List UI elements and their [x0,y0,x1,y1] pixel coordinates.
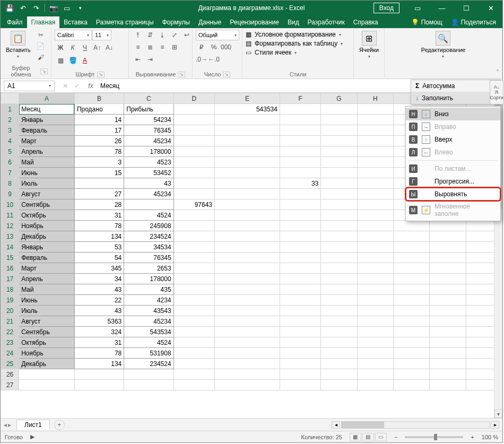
row-header[interactable]: 3 [1,125,19,136]
tab-insert[interactable]: Вставка [59,16,92,28]
cell[interactable] [430,359,466,369]
doc-icon[interactable]: ▭ [61,2,73,14]
cell[interactable]: Август [19,189,75,199]
cell[interactable]: 234524 [124,359,173,369]
column-header[interactable]: C [124,93,173,104]
cell[interactable] [394,316,430,327]
cell[interactable] [321,115,357,125]
confirm-edit-icon[interactable]: ✓ [72,81,82,91]
cell[interactable] [280,221,320,231]
font-size-select[interactable]: 11▾ [92,30,111,40]
cell[interactable]: Январь [19,242,75,253]
cell[interactable]: 31 [74,337,124,348]
row-header[interactable]: 25 [1,359,19,369]
row-header[interactable]: 5 [1,146,19,157]
cell[interactable]: 26 [74,136,124,146]
row-header[interactable]: 2 [1,115,19,125]
cell[interactable] [280,380,320,390]
cell[interactable] [357,306,393,316]
cell[interactable] [215,359,280,369]
cell[interactable] [74,178,124,189]
cell[interactable]: 53452 [124,168,173,178]
cell[interactable] [215,316,280,327]
cell[interactable] [394,295,430,306]
cell[interactable] [173,189,214,199]
cell[interactable]: 178000 [124,274,173,284]
cell[interactable]: Июль [19,306,75,316]
cell[interactable] [357,125,393,136]
cell[interactable] [280,369,320,380]
align-middle-icon[interactable]: ⇵ [144,30,156,40]
cell[interactable]: 543534 [215,104,280,115]
cell[interactable]: 78 [74,221,124,231]
cell[interactable] [173,284,214,295]
cell[interactable]: 4524 [124,337,173,348]
cell[interactable] [394,327,430,337]
cell[interactable]: 543534 [124,327,173,337]
cell[interactable] [280,125,320,136]
cell[interactable] [215,369,280,380]
cell[interactable] [394,221,430,231]
row-header[interactable]: 24 [1,348,19,359]
cell[interactable] [215,146,280,157]
cell[interactable]: 27 [74,189,124,199]
currency-icon[interactable]: ₽ [196,42,207,53]
paste-button[interactable]: 📋 Вставить ▾ [4,30,33,60]
cell[interactable]: Апрель [19,274,75,284]
cell[interactable] [19,369,75,380]
cell[interactable] [321,221,357,231]
cell[interactable] [357,263,393,274]
cell[interactable] [215,380,280,390]
cell[interactable] [357,136,393,146]
cell[interactable] [124,369,173,380]
format-painter-icon[interactable]: 🖌 [35,52,47,63]
cell[interactable]: Август [19,316,75,327]
font-dialog-icon[interactable]: ↘ [97,72,105,77]
cell[interactable]: 17 [74,125,124,136]
indent-increase-icon[interactable]: ⇥ [144,54,156,65]
zoom-level[interactable]: 100 % [482,434,498,440]
cell[interactable]: Июнь [19,168,75,178]
cell[interactable]: 78 [74,146,124,157]
cell[interactable] [173,115,214,125]
minimize-button[interactable]: — [430,1,454,15]
cell[interactable] [430,348,466,359]
scroll-down-icon[interactable]: ▾ [494,410,502,418]
column-header[interactable]: G [321,93,357,104]
cell[interactable] [357,380,393,390]
format-as-table-button[interactable]: ▤Форматировать как таблицу▾ [246,40,343,47]
cell[interactable]: Прибыль [124,104,173,115]
row-header[interactable]: 17 [1,274,19,284]
cell[interactable]: 45234 [124,316,173,327]
cell[interactable] [357,115,393,125]
cell[interactable] [321,306,357,316]
cell[interactable] [215,253,280,263]
row-header[interactable]: 18 [1,284,19,295]
cell[interactable] [430,221,466,231]
select-all-corner[interactable] [1,93,19,104]
row-header[interactable]: 19 [1,295,19,306]
cell[interactable]: 178000 [124,146,173,157]
cell[interactable] [74,380,124,390]
cell[interactable] [394,284,430,295]
cell[interactable] [394,369,430,380]
cell[interactable] [215,199,280,210]
tab-review[interactable]: Рецензирование [225,16,283,28]
cell[interactable] [357,157,393,168]
tab-layout[interactable]: Разметка страницы [92,16,158,28]
cell[interactable]: 134 [74,231,124,242]
align-center-icon[interactable]: ≣ [144,42,156,53]
column-header[interactable]: D [173,93,214,104]
cell[interactable] [215,168,280,178]
cell[interactable]: Месяц [19,104,75,115]
cell[interactable] [394,231,430,242]
cell[interactable] [430,295,466,306]
cell[interactable] [321,263,357,274]
horizontal-scrollbar[interactable] [341,421,490,429]
cell[interactable] [394,337,430,348]
cell[interactable]: 53 [74,242,124,253]
fill-color-icon[interactable]: 🪣 [67,55,79,66]
cell[interactable] [173,178,214,189]
cell[interactable] [173,327,214,337]
cell[interactable] [357,178,393,189]
